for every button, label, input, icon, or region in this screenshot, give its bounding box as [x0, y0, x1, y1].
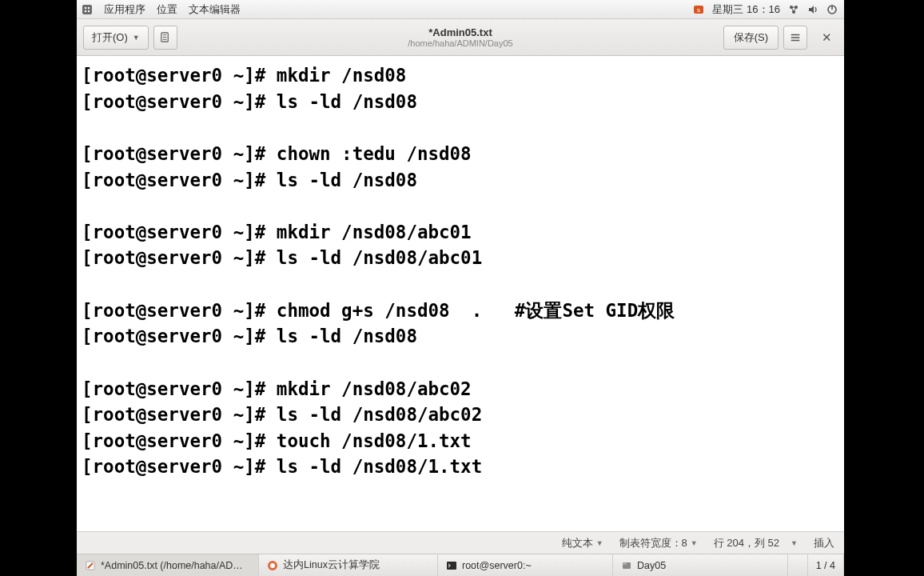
taskbar-item-label: Day05	[637, 560, 666, 571]
svg-point-1	[85, 6, 86, 8]
workspace-switcher[interactable]: 1 / 4	[807, 554, 844, 576]
menu-places[interactable]: 位置	[157, 2, 177, 17]
open-button[interactable]: 打开(O) ▼	[83, 26, 149, 50]
taskbar-item-label: root@server0:~	[462, 560, 532, 571]
gedit-icon	[85, 560, 96, 571]
browser-icon	[267, 560, 278, 571]
input-method-icon[interactable]: s	[693, 4, 704, 15]
new-document-button[interactable]	[153, 26, 177, 50]
svg-point-4	[88, 10, 90, 11]
window-title: *Admin05.txt	[408, 26, 512, 38]
insert-mode-label: 插入	[814, 536, 834, 550]
network-icon[interactable]	[788, 4, 799, 15]
terminal-icon	[446, 560, 457, 571]
tab-width-selector[interactable]: 制表符宽度：8▼	[619, 536, 698, 550]
taskbar-item-label: 达内Linux云计算学院	[283, 558, 380, 572]
cursor-position-selector[interactable]: 行 204，列 52▼	[714, 536, 798, 550]
save-button[interactable]: 保存(S)	[723, 26, 779, 50]
hamburger-menu-button[interactable]	[783, 26, 807, 50]
files-icon	[621, 560, 632, 571]
taskbar-item-gedit[interactable]: *Admin05.txt (/home/haha/AD…	[77, 554, 259, 576]
svg-rect-16	[447, 562, 456, 570]
taskbar-item-browser[interactable]: 达内Linux云计算学院	[259, 554, 438, 576]
syntax-mode-selector[interactable]: 纯文本▼	[562, 536, 603, 550]
top-panel: 应用程序 位置 文本编辑器 s 星期三 16：16	[77, 0, 844, 19]
taskbar-item-files[interactable]: Day05	[613, 554, 788, 576]
menu-texteditor[interactable]: 文本编辑器	[189, 2, 241, 17]
svg-point-15	[270, 563, 275, 568]
svg-rect-18	[623, 562, 627, 565]
taskbar: *Admin05.txt (/home/haha/AD… 达内Linux云计算学…	[77, 554, 844, 576]
svg-rect-0	[82, 5, 92, 14]
editor-text[interactable]: [root@server0 ~]# mkdir /nsd08 [root@ser…	[82, 62, 839, 480]
window-headerbar: 打开(O) ▼ *Admin05.txt /home/haha/ADMIN/Da…	[77, 19, 844, 56]
editor-area[interactable]: [root@server0 ~]# mkdir /nsd08 [root@ser…	[77, 56, 844, 531]
close-button[interactable]: ✕	[815, 26, 838, 49]
status-bar: 纯文本▼ 制表符宽度：8▼ 行 204，列 52▼ 插入	[77, 531, 844, 554]
svg-text:s: s	[697, 6, 700, 14]
volume-icon[interactable]	[807, 4, 818, 15]
window-subtitle: /home/haha/ADMIN/Day05	[408, 38, 512, 48]
taskbar-item-label: *Admin05.txt (/home/haha/AD…	[101, 560, 243, 571]
svg-point-3	[85, 10, 86, 11]
svg-point-2	[88, 6, 90, 8]
power-icon[interactable]	[826, 4, 838, 15]
applications-icon	[82, 4, 93, 15]
clock[interactable]: 星期三 16：16	[712, 2, 780, 17]
menu-applications[interactable]: 应用程序	[104, 2, 145, 17]
chevron-down-icon: ▼	[133, 34, 140, 42]
taskbar-item-terminal[interactable]: root@server0:~	[438, 554, 613, 576]
